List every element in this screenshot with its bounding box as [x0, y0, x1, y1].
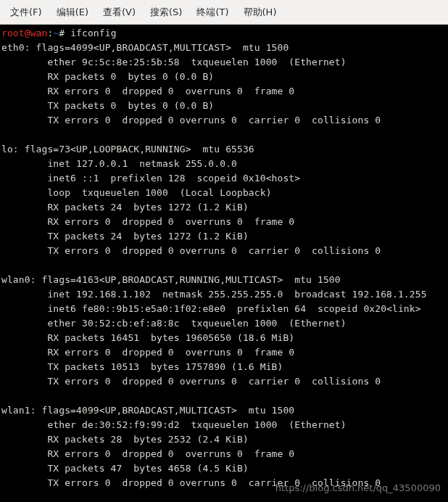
menu-terminal[interactable]: 终端(T) — [189, 3, 236, 22]
output-line: RX errors 0 dropped 0 overruns 0 frame 0 — [1, 347, 294, 358]
prompt-user-host: root@wan — [1, 28, 47, 38]
output-line: loop txqueuelen 1000 (Local Loopback) — [1, 187, 272, 198]
menu-search[interactable]: 搜索(S) — [143, 3, 189, 22]
menu-file[interactable]: 文件(F) — [3, 3, 49, 22]
output-line: TX packets 47 bytes 4658 (4.5 KiB) — [1, 463, 249, 474]
output-line: eth0: flags=4099<UP,BROADCAST,MULTICAST>… — [1, 42, 289, 53]
menu-edit[interactable]: 编辑(E) — [49, 3, 96, 22]
output-line: RX errors 0 dropped 0 overruns 0 frame 0 — [1, 216, 294, 227]
command: ifconfig — [70, 28, 116, 38]
output-line: wlan0: flags=4163<UP,BROADCAST,RUNNING,M… — [1, 274, 341, 285]
output-line: inet 192.168.1.102 netmask 255.255.255.0… — [1, 289, 427, 300]
output-line: TX errors 0 dropped 0 overruns 0 carrier… — [1, 477, 381, 488]
output-line: ether de:30:52:f9:99:d2 txqueuelen 1000 … — [1, 419, 347, 430]
output-line: TX errors 0 dropped 0 overruns 0 carrier… — [1, 245, 381, 256]
output-line: RX errors 0 dropped 0 overruns 0 frame 0 — [1, 86, 294, 96]
output-line: TX packets 0 bytes 0 (0.0 B) — [1, 100, 214, 111]
output-line: inet6 ::1 prefixlen 128 scopeid 0x10<hos… — [1, 173, 300, 184]
output-line: RX errors 0 dropped 0 overruns 0 frame 0 — [1, 448, 294, 459]
menu-view[interactable]: 查看(V) — [96, 3, 143, 22]
output-line: TX errors 0 dropped 0 overruns 0 carrier… — [1, 115, 381, 126]
output-line: RX packets 0 bytes 0 (0.0 B) — [1, 71, 214, 82]
output-line: inet 127.0.0.1 netmask 255.0.0.0 — [1, 158, 237, 169]
output-line: TX packets 10513 bytes 1757890 (1.6 MiB) — [1, 361, 283, 372]
menu-help[interactable]: 帮助(H) — [236, 3, 284, 22]
output-line: ether 9c:5c:8e:25:5b:58 txqueuelen 1000 … — [1, 57, 347, 67]
output-line: RX packets 16451 bytes 19605650 (18.6 Mi… — [1, 332, 294, 343]
output-line: RX packets 28 bytes 2532 (2.4 KiB) — [1, 434, 249, 445]
output-line: lo: flags=73<UP,LOOPBACK,RUNNING> mtu 65… — [1, 144, 254, 155]
terminal[interactable]: root@wan:~# ifconfig eth0: flags=4099<UP… — [0, 25, 448, 502]
menubar: 文件(F) 编辑(E) 查看(V) 搜索(S) 终端(T) 帮助(H) — [0, 0, 448, 25]
output-line: RX packets 24 bytes 1272 (1.2 KiB) — [1, 202, 249, 213]
prompt-end: # — [59, 28, 70, 38]
output-line: TX errors 0 dropped 0 overruns 0 carrier… — [1, 376, 381, 387]
output-line: wlan1: flags=4099<UP,BROADCAST,MULTICAST… — [1, 405, 294, 416]
output-line: ether 30:52:cb:ef:a8:8c txqueuelen 1000 … — [1, 318, 347, 329]
output-line: inet6 fe80::9b15:e5a0:1f02:e8e0 prefixle… — [1, 303, 421, 314]
output-line: TX packets 24 bytes 1272 (1.2 KiB) — [1, 231, 249, 242]
